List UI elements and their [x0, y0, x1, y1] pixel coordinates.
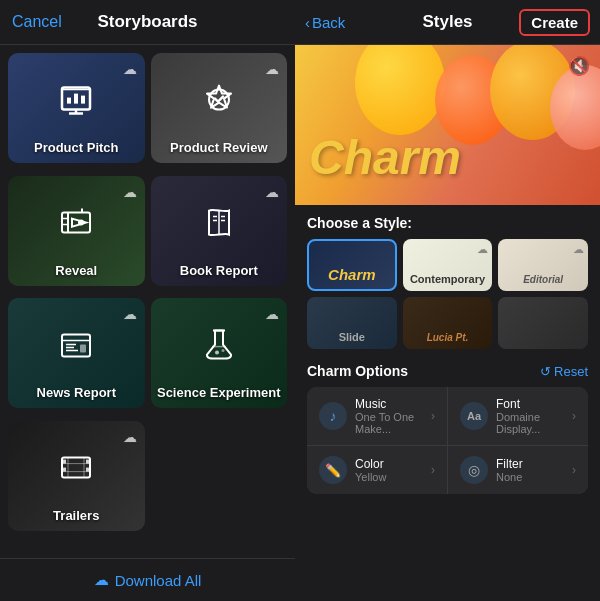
storyboard-item-news-report[interactable]: ☁ News Report [8, 298, 145, 408]
style-item-editorial[interactable]: ☁ Editorial [498, 239, 588, 291]
color-arrow: › [431, 463, 435, 477]
back-button[interactable]: ‹ Back [305, 14, 345, 31]
filter-icon: ◎ [460, 456, 488, 484]
storyboard-item-product-review[interactable]: ☁ Product Review [151, 53, 288, 163]
svg-rect-29 [62, 457, 90, 477]
book-report-label: Book Report [151, 263, 288, 278]
right-header: ‹ Back Styles Create [295, 0, 600, 45]
music-icon: ♪ [319, 402, 347, 430]
svg-point-26 [215, 351, 219, 355]
science-icon [201, 327, 237, 371]
cloud-download-icon-6: ☁ [265, 306, 279, 322]
style-grid: Charm ☁ Contemporary ☁ Editorial Slide L… [307, 239, 588, 349]
styles-panel: ‹ Back Styles Create 🔇 Charm Choose a St… [295, 0, 600, 601]
music-text: Music One To One Make... [355, 397, 423, 435]
svg-rect-33 [86, 459, 90, 463]
style-slide-label: Slide [307, 329, 397, 345]
news-report-icon [58, 327, 94, 371]
download-all-button[interactable]: ☁ Download All [94, 571, 202, 589]
storyboard-item-science[interactable]: ☁ Science Experiment [151, 298, 288, 408]
svg-rect-5 [81, 96, 85, 104]
cloud-icon-editorial: ☁ [573, 243, 584, 256]
music-arrow: › [431, 409, 435, 423]
reveal-icon [58, 204, 94, 248]
svg-rect-34 [86, 467, 90, 471]
storyboard-item-trailers[interactable]: ☁ Trailers [8, 421, 145, 531]
preview-background: 🔇 Charm [295, 45, 600, 205]
style-item-slide[interactable]: Slide [307, 297, 397, 349]
font-option[interactable]: Aa Font Domaine Display... › [448, 387, 588, 445]
right-body: Choose a Style: Charm ☁ Contemporary ☁ E… [295, 205, 600, 601]
trailers-label: Trailers [8, 508, 145, 523]
product-pitch-label: Product Pitch [8, 140, 145, 155]
filter-arrow: › [572, 463, 576, 477]
svg-rect-32 [62, 467, 66, 471]
music-option[interactable]: ♪ Music One To One Make... › [307, 387, 447, 445]
cloud-download-icon: ☁ [123, 61, 137, 77]
storyboards-title: Storyboards [97, 12, 197, 32]
style-item-blank[interactable] [498, 297, 588, 349]
cloud-download-icon-2: ☁ [265, 61, 279, 77]
product-review-icon [201, 82, 237, 126]
cancel-button[interactable]: Cancel [12, 13, 62, 31]
font-arrow: › [572, 409, 576, 423]
font-icon: Aa [460, 402, 488, 430]
color-option[interactable]: ✏️ Color Yellow › [307, 446, 447, 494]
charm-options-label: Charm Options [307, 363, 408, 379]
reset-button[interactable]: ↺ Reset [540, 364, 588, 379]
trailers-icon [58, 449, 94, 493]
styles-title: Styles [422, 12, 472, 32]
color-icon: ✏️ [319, 456, 347, 484]
science-experiment-label: Science Experiment [151, 385, 288, 400]
font-text: Font Domaine Display... [496, 397, 564, 435]
create-button[interactable]: Create [519, 9, 590, 36]
product-pitch-icon [58, 82, 94, 126]
style-preview: 🔇 Charm [295, 45, 600, 205]
storyboard-item-reveal[interactable]: ☁ Reveal [8, 176, 145, 286]
style-item-contemporary[interactable]: ☁ Contemporary [403, 239, 493, 291]
mute-icon[interactable]: 🔇 [568, 55, 590, 77]
svg-rect-3 [67, 98, 71, 104]
storyboard-item-product-pitch[interactable]: ☁ Product Pitch [8, 53, 145, 163]
reveal-label: Reveal [8, 263, 145, 278]
svg-point-27 [221, 349, 224, 352]
style-contemporary-label: Contemporary [403, 271, 493, 287]
preview-title: Charm [309, 130, 461, 185]
storyboard-item-book-report[interactable]: ☁ Book Report [151, 176, 288, 286]
svg-rect-24 [80, 345, 86, 353]
download-all-bar: ☁ Download All [0, 558, 295, 601]
cloud-icon-contemporary: ☁ [477, 243, 488, 256]
color-text: Color Yellow [355, 457, 423, 483]
filter-text: Filter None [496, 457, 564, 483]
news-report-label: News Report [8, 385, 145, 400]
svg-rect-4 [74, 94, 78, 104]
style-item-charm[interactable]: Charm [307, 239, 397, 291]
chevron-left-icon: ‹ [305, 14, 310, 31]
cloud-download-icon-3: ☁ [123, 184, 137, 200]
cloud-download-icon-5: ☁ [123, 306, 137, 322]
cloud-download-icon-7: ☁ [123, 429, 137, 445]
product-review-label: Product Review [151, 140, 288, 155]
charm-options-header: Charm Options ↺ Reset [307, 363, 588, 379]
reset-icon: ↺ [540, 364, 551, 379]
left-header: Cancel Storyboards [0, 0, 295, 45]
book-report-icon [201, 204, 237, 248]
style-lucia-label: Lucia Pt. [403, 330, 493, 345]
download-icon: ☁ [94, 571, 109, 589]
charm-options-grid: ♪ Music One To One Make... › Aa Font Dom… [307, 387, 588, 494]
svg-rect-31 [62, 459, 66, 463]
choose-style-label: Choose a Style: [307, 215, 588, 231]
style-editorial-label: Editorial [498, 272, 588, 287]
balloon-yellow [355, 45, 445, 135]
storyboards-panel: Cancel Storyboards ☁ Product Pitch ☁ [0, 0, 295, 601]
style-charm-label: Charm [309, 262, 395, 289]
filter-option[interactable]: ◎ Filter None › [448, 446, 588, 494]
cloud-download-icon-4: ☁ [265, 184, 279, 200]
storyboard-grid: ☁ Product Pitch ☁ [0, 45, 295, 558]
style-item-lucia[interactable]: Lucia Pt. [403, 297, 493, 349]
